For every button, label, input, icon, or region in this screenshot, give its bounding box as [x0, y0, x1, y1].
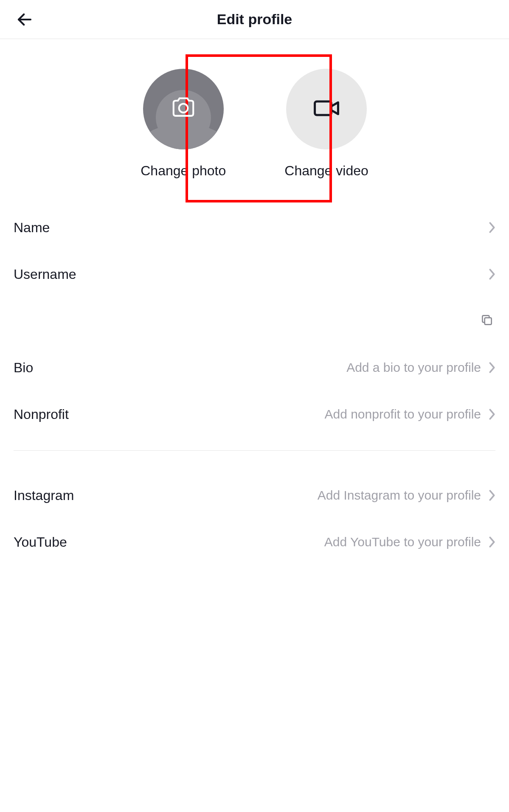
- svg-point-1: [179, 104, 188, 112]
- row-instagram[interactable]: Instagram Add Instagram to your profile: [14, 472, 495, 519]
- chevron-right-icon: [489, 222, 495, 233]
- avatar-section: Change photo Change video: [0, 39, 509, 204]
- row-username-label: Username: [14, 267, 76, 282]
- row-bio[interactable]: Bio Add a bio to your profile: [14, 344, 495, 391]
- back-arrow-icon: [16, 11, 34, 28]
- empty-space: [0, 565, 509, 803]
- video-camera-icon: [313, 98, 340, 120]
- chevron-right-icon: [489, 362, 495, 374]
- change-video-label: Change video: [284, 163, 368, 179]
- row-instagram-label: Instagram: [14, 488, 74, 503]
- row-youtube-label: YouTube: [14, 534, 67, 550]
- change-video-block[interactable]: Change video: [284, 69, 368, 179]
- row-bio-placeholder: Add a bio to your profile: [346, 360, 481, 375]
- header: Edit profile: [0, 0, 509, 39]
- row-username[interactable]: Username: [14, 251, 495, 298]
- settings-list: Name Username Bio: [0, 204, 509, 565]
- chevron-right-icon: [489, 408, 495, 420]
- profile-photo-circle: [143, 69, 224, 149]
- chevron-right-icon: [489, 489, 495, 501]
- row-nonprofit-placeholder: Add nonprofit to your profile: [324, 407, 481, 421]
- profile-video-circle: [286, 69, 367, 149]
- row-bio-label: Bio: [14, 360, 33, 376]
- back-button[interactable]: [15, 10, 34, 29]
- change-photo-label: Change photo: [141, 163, 226, 179]
- row-copy-link[interactable]: [14, 298, 495, 344]
- section-divider: [14, 450, 495, 451]
- row-instagram-placeholder: Add Instagram to your profile: [318, 488, 481, 503]
- page-title: Edit profile: [217, 11, 292, 28]
- row-youtube-placeholder: Add YouTube to your profile: [324, 535, 481, 549]
- svg-rect-3: [485, 318, 492, 325]
- svg-rect-2: [315, 101, 332, 115]
- camera-icon: [170, 96, 197, 120]
- row-name-label: Name: [14, 220, 50, 236]
- chevron-right-icon: [489, 268, 495, 280]
- chevron-right-icon: [489, 536, 495, 548]
- row-nonprofit-label: Nonprofit: [14, 407, 69, 422]
- change-photo-block[interactable]: Change photo: [141, 69, 226, 179]
- row-name[interactable]: Name: [14, 204, 495, 251]
- row-youtube[interactable]: YouTube Add YouTube to your profile: [14, 519, 495, 565]
- copy-icon: [480, 313, 494, 329]
- row-nonprofit[interactable]: Nonprofit Add nonprofit to your profile: [14, 391, 495, 438]
